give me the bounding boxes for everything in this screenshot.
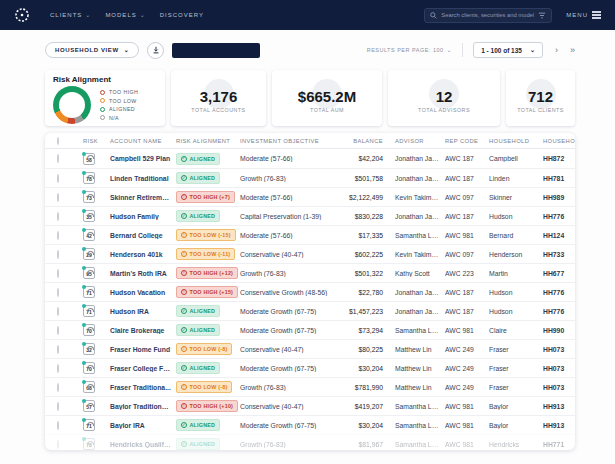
investment-objective-cell: Conservative Growth (48-56) [240,289,337,296]
row-checkbox[interactable] [57,193,59,202]
table-row[interactable]: 70 Claire Brokerage ✓ALIGNED Moderate Gr… [45,320,575,339]
table-row[interactable]: 78 Hendricks Qualified ✓ALIGNED Growth (… [45,434,575,450]
total-aum-card: $665.2M TOTAL AUM [272,70,382,126]
account-name-link[interactable]: Hendricks Qualified [110,441,176,448]
global-search-input[interactable]: Search clients, securities and models [424,8,552,23]
row-checkbox[interactable] [57,307,59,316]
risk-score: 78 [86,176,92,183]
column-header-risk-alignment[interactable]: RISK ALIGNMENT [176,138,240,144]
advisor-cell: Samantha Landis [385,232,445,239]
household-cell: Skinner [489,194,543,201]
row-checkbox[interactable] [57,402,59,411]
total-advisors-value: 12 [436,88,453,105]
nav-item-clients[interactable]: CLIENTS ⌄ [50,12,91,18]
table-row[interactable]: 71 Hudson IRA ✓ALIGNED Moderate Growth (… [45,301,575,320]
column-header-account-name[interactable]: ACCOUNT NAME [110,138,176,144]
table-row[interactable]: 29 Henderson 401k !TOO LOW (-11) Conserv… [45,244,575,263]
row-checkbox[interactable] [57,383,59,392]
page-range-dropdown[interactable]: 1 - 100 of 135 ⌄ [473,42,543,58]
nav-item-models[interactable]: MODELS ⌄ [105,12,145,18]
table-row[interactable]: 68 Fraser Traditiona... !TOO LOW (-8) Gr… [45,377,575,396]
table-row[interactable]: 78 Linden Traditional ✓ALIGNED Growth (7… [45,168,575,187]
chevron-down-icon: ⌄ [447,48,453,52]
account-name-link[interactable]: Martin's Roth IRA [110,270,176,277]
badge-label: ALIGNED [190,213,216,219]
account-name-link[interactable]: Baylor IRA [110,422,176,429]
nav-item-discovery[interactable]: DISCOVERY [160,12,204,18]
column-header-risk[interactable]: RISK [83,138,110,144]
legend-dot-aligned [100,107,105,112]
column-header-rep-code[interactable]: REP CODE [445,138,489,144]
table-row[interactable]: 58 Campbell 529 Plan ✓ALIGNED Moderate (… [45,149,575,168]
select-all-checkbox[interactable] [57,137,59,145]
investment-objective-cell: Growth (76-83) [240,441,337,448]
household-cell: Fraser [489,365,543,372]
row-checkbox[interactable] [57,326,59,335]
results-per-page-dropdown[interactable]: RESULTS PER PAGE: 100 ⌄ [367,47,452,53]
account-name-link[interactable]: Linden Traditional [110,175,176,182]
account-name-link[interactable]: Hudson Family [110,213,176,220]
account-name-link[interactable]: Campbell 529 Plan [110,155,176,162]
row-checkbox[interactable] [57,421,59,430]
account-name-link[interactable]: Skinner Retirement [110,194,176,201]
row-checkbox[interactable] [57,154,59,163]
household-view-dropdown[interactable]: HOUSEHOLD VIEW ⌄ [45,42,139,58]
investment-objective-cell: Moderate Growth (67-75) [240,308,337,315]
risk-score: 95 [86,271,92,278]
account-name-link[interactable]: Claire Brokerage [110,327,176,334]
table-row[interactable]: 73 Skinner Retirement !TOO HIGH (+7) Mod… [45,187,575,206]
column-header-advisor[interactable]: ADVISOR [385,138,445,144]
badge-status-icon: ✓ [181,327,187,333]
table-row[interactable]: 71 Hudson Vacation !TOO HIGH (+15) Conse… [45,282,575,301]
table-row[interactable]: 42 Bernard College !TOO LOW (-15) Modera… [45,225,575,244]
last-page-button[interactable]: » [570,46,575,55]
account-name-link[interactable]: Bernard College [110,232,176,239]
row-checkbox[interactable] [57,364,59,373]
table-row[interactable]: 70 Fraser College Fund ✓ALIGNED Moderate… [45,358,575,377]
account-name-link[interactable]: Henderson 401k [110,251,176,258]
legend-label: ALIGNED [109,106,135,112]
column-header-investment-objective[interactable]: INVESTMENT OBJECTIVE [240,138,337,144]
summary-cards: Risk Alignment TOO HIGH TOO LOW ALIGNED [45,70,575,126]
column-header-household-id[interactable]: HOUSEHOLD ID [543,138,575,144]
menu-button[interactable]: MENU [566,10,601,19]
masked-search-input[interactable] [172,43,260,58]
filter-icon[interactable] [538,12,546,19]
row-checkbox[interactable] [57,250,59,259]
table-row[interactable]: 32 Fraser Home Fund !TOO LOW (-8) Conser… [45,339,575,358]
account-name-link[interactable]: Fraser Traditiona... [110,384,176,391]
risk-gauge-icon: 68 [83,381,95,393]
table-row[interactable]: 95 Martin's Roth IRA !TOO HIGH (+12) Gro… [45,263,575,282]
row-checkbox[interactable] [57,231,59,240]
advisor-cell: Kevin Takimono [385,194,445,201]
column-header-household[interactable]: HOUSEHOLD [489,138,543,144]
table-row[interactable]: 57 Baylor Traditional... !TOO HIGH (+10)… [45,396,575,415]
column-header-balance[interactable]: BALANCE [337,138,385,144]
toolbar: HOUSEHOLD VIEW ⌄ RESULTS PER PAGE: 100 ⌄… [45,40,575,60]
table-row[interactable]: 71 Baylor IRA ✓ALIGNED Moderate Growth (… [45,415,575,434]
table-row[interactable]: 35 Hudson Family ✓ALIGNED Capital Preser… [45,206,575,225]
account-name-link[interactable]: Hudson IRA [110,308,176,315]
account-name-link[interactable]: Fraser Home Fund [110,346,176,353]
risk-gauge-icon: 73 [83,191,95,203]
row-checkbox[interactable] [57,345,59,354]
household-cell: Claire [489,327,543,334]
row-checkbox[interactable] [57,440,59,449]
rep-code-cell: AWC 249 [445,365,489,372]
risk-alignment-badge: !TOO HIGH (+12) [176,267,238,279]
household-cell: Hudson [489,308,543,315]
next-page-button[interactable]: › [555,46,558,55]
row-checkbox[interactable] [57,212,59,221]
row-checkbox[interactable] [57,288,59,297]
row-checkbox[interactable] [57,174,59,183]
brand-logo-icon[interactable] [14,7,30,23]
account-name-link[interactable]: Hudson Vacation [110,289,176,296]
advisor-cell: Matthew Lin [385,346,445,353]
account-name-link[interactable]: Fraser College Fund [110,365,176,372]
household-cell: Hudson [489,213,543,220]
rep-code-cell: AWC 981 [445,232,489,239]
row-checkbox[interactable] [57,269,59,278]
account-name-link[interactable]: Baylor Traditional... [110,403,176,410]
export-button[interactable] [147,42,164,59]
legend-label: TOO LOW [109,98,137,104]
